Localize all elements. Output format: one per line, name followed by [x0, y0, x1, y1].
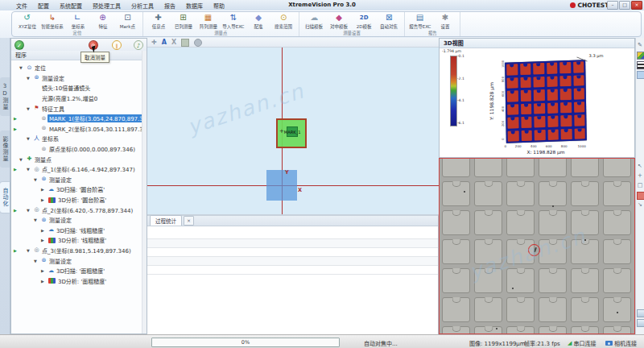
tree-scrollbar[interactable] [142, 51, 147, 334]
view3d-body[interactable]: -1.794 μm -0.1-2.1-4.1-6.1 Y: 1198.828 μ… [440, 48, 634, 157]
tree-item[interactable]: ▼⊛测量设定 [11, 215, 147, 226]
measure-region-square[interactable] [266, 170, 297, 201]
menu-item[interactable]: 文件 [16, 2, 27, 10]
expand-arrow-icon[interactable]: ▶ [41, 187, 47, 192]
expand-arrow-icon[interactable]: ▼ [27, 167, 33, 172]
tree-item[interactable]: ▼⊙定位 [11, 63, 147, 73]
menu-item[interactable]: 配置 [38, 2, 49, 10]
ribbon-button[interactable]: ✚任意点 [146, 13, 171, 30]
expand-arrow-icon[interactable]: ▶ [41, 197, 47, 202]
tree-item[interactable]: ▶☁3D扫描: '线粗糙度' [11, 226, 147, 236]
pan-arrow-button[interactable]: ↖ [637, 163, 644, 170]
image-button[interactable] [637, 309, 644, 317]
ribbon-button[interactable]: 2D2D模板 [352, 13, 377, 30]
red-rect-button[interactable] [637, 192, 644, 199]
menu-item[interactable]: 帮助 [213, 2, 225, 10]
mark-square[interactable]: + MARK_1 [276, 118, 307, 148]
expand-arrow-icon[interactable]: ▶ [41, 268, 47, 273]
side-tab-自动化[interactable]: 自动化 [0, 182, 10, 213]
tree-item[interactable]: ▶⊛MARK_1(坐标(3.054,24.870,897.332) [11, 114, 147, 124]
close-button[interactable]: × [631, 1, 642, 10]
measurement-canvas[interactable]: + MARK_1 Y X [147, 48, 439, 214]
tree-item[interactable]: 镜头:10倍普通镜头 [11, 83, 147, 93]
expand-arrow-icon[interactable]: ▼ [27, 136, 33, 141]
ribbon-button[interactable]: ◆配准 [246, 13, 271, 30]
ribbon-button[interactable]: ⊠自动对焦 [377, 13, 402, 30]
expand-arrow-icon[interactable]: ▼ [19, 65, 26, 70]
menu-item[interactable]: 系统配置 [60, 2, 82, 10]
layer-button[interactable] [637, 71, 644, 78]
tree-item[interactable]: 光源(亮度1.2%,增益0 [11, 93, 147, 104]
minimize-button[interactable]: – [607, 1, 618, 10]
surface-plot[interactable] [505, 60, 587, 143]
analysis3d-icon [48, 278, 56, 284]
tree-item[interactable]: ▼⊛测量设定 [11, 175, 147, 185]
tree-item[interactable]: ▼✚测量点 [11, 154, 147, 164]
pause-button[interactable]: ‖ [112, 40, 122, 50]
qr-code-button[interactable] [637, 61, 644, 68]
ribbon-button[interactable]: ↺XYZ复位 [14, 13, 39, 30]
maximize-button[interactable]: □ [619, 1, 630, 10]
ribbon-button[interactable]: ⊕特征 [90, 13, 115, 30]
sound-button[interactable]: ♪ [134, 40, 143, 50]
ribbon-button[interactable]: ∟坐标系 [65, 13, 90, 30]
tree-item[interactable]: ⊛原点坐标(0.000,0.000,897.346) [11, 144, 147, 155]
ribbon-button[interactable]: ⊞已列测量 [171, 13, 196, 30]
ribbon-button[interactable]: ⊡Mark点 [115, 13, 140, 30]
expand-arrow-icon[interactable]: ▼ [34, 259, 40, 263]
close-icon[interactable]: × [184, 216, 194, 226]
color-map-button[interactable] [637, 52, 644, 59]
ribbon-button[interactable]: ▤报告导EXC [407, 13, 433, 30]
label-a-icon[interactable]: A [162, 39, 167, 47]
measure-line-button[interactable]: ✎ [637, 42, 644, 49]
ribbon-button[interactable]: ◆对中模板 [327, 13, 352, 30]
tree-item[interactable]: ▶⊛MARK_2(坐标(3.054,30.111,897.339) [11, 124, 147, 135]
run-button[interactable]: ✓ [14, 40, 24, 50]
expand-arrow-icon[interactable]: ▼ [27, 106, 33, 111]
tab-process-stats[interactable]: 过程统计 [150, 215, 182, 226]
side-tab-3D测量[interactable]: 3D测量 [0, 77, 10, 116]
ribbon-button[interactable]: ▦阵列测量 [196, 13, 221, 30]
expand-arrow-icon[interactable]: ▼ [34, 177, 40, 182]
menu-item[interactable]: 数据库 [186, 2, 203, 10]
expand-arrow-icon[interactable]: ▼ [27, 76, 33, 81]
square-tool-icon[interactable] [181, 39, 189, 47]
tree-item[interactable]: ▼⊛测量设定 [11, 73, 147, 84]
side-tab-影像测量[interactable]: 影像测量 [0, 130, 10, 168]
menu-item[interactable]: 报告 [164, 2, 175, 10]
ribbon-button[interactable]: ⊙搜索范围 [271, 13, 296, 30]
expand-arrow-icon[interactable]: ▶ [41, 228, 47, 233]
tree-item[interactable]: ▶▼◎点_2(坐标(6.420,-5.778,897.344) [11, 205, 147, 215]
ribbon-button[interactable]: ⇅导入导EXC [221, 13, 246, 30]
ribbon-button[interactable]: ☁扫描模板 [302, 13, 327, 30]
expand-arrow-icon[interactable]: ▼ [27, 208, 33, 213]
tree-item[interactable]: ▶▼◎点_3(坐标(8.981,5.149,897.346) [11, 246, 147, 256]
tree-item[interactable]: ▼⊛测量设定 [11, 255, 147, 266]
delete-x-icon[interactable]: X [171, 39, 176, 47]
tree-item[interactable]: ▶☁3D扫描: '圆台阶高' [11, 184, 147, 195]
tree-item[interactable]: ▶3D分析: '面粗糙度' [11, 276, 147, 286]
expand-arrow-icon[interactable]: ▶ [41, 238, 47, 242]
expand-arrow-icon[interactable]: ▼ [27, 248, 33, 253]
expand-arrow-icon[interactable]: ▼ [34, 218, 40, 222]
tree-item[interactable]: ▶☁3D扫描: '面粗糙度' [11, 266, 147, 276]
ribbon-button[interactable]: ↳智能坐标系 [39, 13, 65, 30]
ribbon-button[interactable]: ✱设置 [432, 13, 457, 30]
tree-item[interactable]: ▶3D分析: '线粗糙度' [11, 235, 147, 246]
menu-item[interactable]: 分析工具 [131, 2, 154, 10]
pan-icon[interactable]: ✛ [151, 39, 157, 47]
expand-arrow-icon[interactable]: ▶ [41, 279, 47, 284]
tree-item[interactable]: ▶▼◎点_1(坐标(-6.146,-4.942,897.347) [11, 164, 147, 175]
plus-button[interactable]: + [637, 172, 644, 180]
tree-item[interactable]: ▼⚑特征工具 [11, 103, 147, 114]
camera-view[interactable] [439, 158, 635, 334]
circle-tool-icon[interactable] [194, 39, 202, 47]
image2-button[interactable] [637, 319, 644, 326]
tree-item[interactable]: ▼人坐标系 [11, 134, 147, 144]
menu-item[interactable]: 预处理工具 [93, 2, 121, 10]
tree-item[interactable]: ▶3D分析: '圆台阶高' [11, 195, 147, 205]
tree-run-marker-icon: ▶ [11, 248, 19, 253]
expand-arrow-icon[interactable]: ▼ [19, 157, 26, 162]
resize-button[interactable]: ↘ [637, 201, 644, 209]
crop-button[interactable]: □ [637, 182, 644, 189]
